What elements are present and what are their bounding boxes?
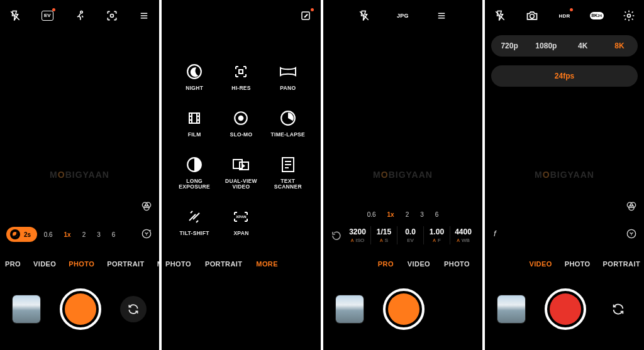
zoom-value[interactable]: 0.6 xyxy=(367,211,376,218)
fps-selector[interactable]: 24fps xyxy=(491,65,638,87)
flash-off-icon[interactable] xyxy=(9,9,21,22)
mode-video[interactable]: VIDEO xyxy=(33,260,56,268)
filters-icon[interactable] xyxy=(140,200,153,212)
mode-video[interactable]: VIDEO xyxy=(529,260,552,268)
menu-icon[interactable] xyxy=(435,9,448,22)
top-toolbar: EV xyxy=(0,0,159,31)
mode-rail[interactable]: PRO VIDEO PHOTO PORTRAIT MORE xyxy=(0,254,159,273)
format-jpg-icon[interactable]: JPG xyxy=(396,9,409,22)
shutter-button[interactable] xyxy=(58,287,103,331)
mode-more[interactable]: MORE xyxy=(256,260,278,268)
mode-rail[interactable]: VIDEO PHOTO PORTRAIT xyxy=(485,254,644,273)
svg-point-41 xyxy=(628,14,631,18)
screen-photo: EV MOBIGYAAN 2s 0.6 1x 2 3 6 xyxy=(0,0,159,350)
camera-icon[interactable] xyxy=(526,9,538,22)
interval-chip[interactable]: 2s xyxy=(6,227,37,242)
zoom-value[interactable]: 2 xyxy=(82,231,86,238)
fps-24[interactable]: 24fps xyxy=(555,72,574,80)
mode-timelapse[interactable]: TIME-LAPSE xyxy=(267,109,309,138)
screen-more: NIGHT HI-RES PANO FILM SLO-MO TIME-LAPSE… xyxy=(162,0,321,350)
mode-label: PANO xyxy=(280,85,296,92)
mode-night[interactable]: NIGHT xyxy=(173,63,216,92)
record-button[interactable] xyxy=(543,287,587,331)
switch-camera-button[interactable] xyxy=(605,296,631,322)
mode-photo[interactable]: PHOTO xyxy=(565,260,591,268)
mode-rail[interactable]: PRO VIDEO PHOTO xyxy=(323,254,482,273)
mode-video[interactable]: VIDEO xyxy=(408,260,430,268)
zoom-value[interactable]: 0.6 xyxy=(44,231,53,238)
param-iso[interactable]: 3200 AISO xyxy=(345,226,370,244)
mode-portrait[interactable]: PORTRAIT xyxy=(107,260,144,268)
ai-retouch-icon[interactable] xyxy=(140,227,153,240)
mode-photo[interactable]: PHOTO xyxy=(69,260,94,268)
mode-label: DUAL-VIEW VIDEO xyxy=(219,178,262,191)
zoom-value[interactable]: 6 xyxy=(112,231,116,238)
ev-icon[interactable]: EV xyxy=(41,9,53,22)
bottom-controls xyxy=(323,287,482,331)
mode-textscan[interactable]: TEXT SCANNER xyxy=(267,156,309,191)
flash-off-icon[interactable] xyxy=(358,9,370,22)
mode-more[interactable]: MORE xyxy=(157,260,159,268)
zoom-selector[interactable]: 0.6 1x 2 3 6 xyxy=(44,231,116,238)
shutter-button[interactable] xyxy=(382,287,426,331)
res-4k[interactable]: 4K xyxy=(565,41,601,50)
mode-hires[interactable]: HI-RES xyxy=(219,63,262,92)
param-shutter[interactable]: 1/15 AS xyxy=(370,226,397,244)
resolution-selector[interactable]: 720p 1080p 4K 8K xyxy=(491,35,638,57)
longexp-icon xyxy=(186,156,203,173)
mode-rail[interactable]: PHOTO PORTRAIT MORE xyxy=(162,254,321,273)
mode-label: NIGHT xyxy=(186,85,203,92)
flash-off-icon[interactable] xyxy=(494,9,506,22)
tiltshift-icon xyxy=(186,208,203,226)
gallery-thumbnail[interactable] xyxy=(497,295,525,323)
param-focus[interactable]: 1.00 AF xyxy=(423,226,450,244)
hdr-icon[interactable]: HDR xyxy=(558,9,571,22)
zoom-value[interactable]: 3 xyxy=(97,231,101,238)
bottom-controls xyxy=(0,287,159,331)
mode-tiltshift[interactable]: TILT-SHIFT xyxy=(173,208,216,237)
mode-photo[interactable]: PHOTO xyxy=(444,260,470,268)
zoom-value[interactable]: 3 xyxy=(420,211,424,218)
gallery-thumbnail[interactable] xyxy=(13,295,40,323)
mode-pano[interactable]: PANO xyxy=(267,63,309,92)
res-1080p[interactable]: 1080p xyxy=(528,41,564,50)
zoom-value[interactable]: 1x xyxy=(387,211,394,218)
filters-icon[interactable] xyxy=(625,200,638,212)
mode-portrait[interactable]: PORTRAIT xyxy=(603,260,640,268)
mode-portrait[interactable]: PORTRAIT xyxy=(205,260,242,268)
resolution-8k24-icon[interactable]: 8K24 xyxy=(591,9,603,22)
zoom-value[interactable]: 1x xyxy=(64,231,71,238)
zoom-value[interactable]: 6 xyxy=(435,211,439,218)
switch-camera-button[interactable] xyxy=(120,296,147,322)
reset-icon[interactable] xyxy=(330,230,343,241)
hires-icon xyxy=(232,63,250,80)
mode-dualview[interactable]: DUAL-VIEW VIDEO xyxy=(219,156,262,191)
mode-xpan[interactable]: XPAN XPAN xyxy=(219,208,262,237)
menu-icon[interactable] xyxy=(138,9,150,22)
mode-label: HI-RES xyxy=(231,85,251,92)
aperture-indicator[interactable]: f xyxy=(494,229,496,238)
watermark: MOBIGYAAN xyxy=(50,170,109,180)
mode-slomo[interactable]: SLO-MO xyxy=(219,109,262,138)
settings-icon[interactable] xyxy=(623,9,635,22)
mode-pro[interactable]: PRO xyxy=(5,260,21,268)
res-8k[interactable]: 8K xyxy=(601,41,638,50)
mode-label: TILT-SHIFT xyxy=(180,231,209,237)
mode-photo[interactable]: PHOTO xyxy=(165,260,191,268)
zoom-value[interactable]: 2 xyxy=(406,211,409,218)
ai-retouch-icon[interactable] xyxy=(625,227,638,240)
zoom-selector[interactable]: 0.6 1x 2 3 6 xyxy=(367,211,439,218)
edit-modes-icon[interactable] xyxy=(299,9,312,22)
mode-pro[interactable]: PRO xyxy=(378,260,394,268)
motion-icon[interactable] xyxy=(74,9,86,22)
mode-longexposure[interactable]: LONG EXPOSURE xyxy=(173,156,216,191)
pro-params: 3200 AISO 1/15 AS 0.0 EV 1.00 AF 4400 AW… xyxy=(323,226,482,244)
param-wb[interactable]: 4400 AWB xyxy=(450,226,476,244)
mode-film[interactable]: FILM xyxy=(173,109,216,138)
param-ev[interactable]: 0.0 EV xyxy=(397,226,423,244)
night-icon xyxy=(186,63,203,80)
gallery-thumbnail[interactable] xyxy=(336,295,364,323)
ai-scene-icon[interactable] xyxy=(106,9,118,22)
mode-label: LONG EXPOSURE xyxy=(173,178,216,191)
res-720p[interactable]: 720p xyxy=(491,41,528,50)
